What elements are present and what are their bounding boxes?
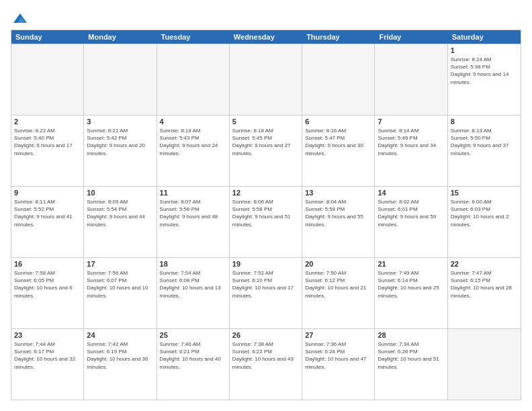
day-header-tuesday: Tuesday <box>157 30 230 44</box>
calendar-cell: 27Sunrise: 7:36 AMSunset: 6:24 PMDayligh… <box>302 329 375 400</box>
sun-info: Sunrise: 8:14 AMSunset: 5:49 PMDaylight:… <box>378 127 444 157</box>
day-number: 13 <box>305 189 371 197</box>
day-number: 20 <box>305 260 371 268</box>
sun-info: Sunrise: 8:24 AMSunset: 5:38 PMDaylight:… <box>451 56 518 86</box>
day-number: 12 <box>232 189 299 197</box>
sun-info: Sunrise: 7:54 AMSunset: 6:08 PMDaylight:… <box>160 269 226 300</box>
day-header-sunday: Sunday <box>11 30 84 44</box>
sun-info: Sunrise: 7:34 AMSunset: 6:26 PMDaylight:… <box>378 340 444 371</box>
calendar-cell: 21Sunrise: 7:49 AMSunset: 6:14 PMDayligh… <box>375 258 447 328</box>
day-number: 11 <box>160 189 226 197</box>
sun-info: Sunrise: 8:21 AMSunset: 5:42 PMDaylight:… <box>87 127 153 157</box>
sun-info: Sunrise: 7:44 AMSunset: 6:17 PMDaylight:… <box>14 340 81 371</box>
day-number: 9 <box>14 189 81 197</box>
day-number: 16 <box>14 260 81 268</box>
sun-info: Sunrise: 8:04 AMSunset: 5:59 PMDaylight:… <box>305 198 371 228</box>
sun-info: Sunrise: 8:02 AMSunset: 6:01 PMDaylight:… <box>378 198 444 228</box>
calendar-row-2: 2Sunrise: 8:22 AMSunset: 5:40 PMDaylight… <box>11 115 521 186</box>
calendar-cell: 1Sunrise: 8:24 AMSunset: 5:38 PMDaylight… <box>448 44 521 115</box>
sun-info: Sunrise: 8:06 AMSunset: 5:58 PMDaylight:… <box>232 198 299 228</box>
calendar-cell: 12Sunrise: 8:06 AMSunset: 5:58 PMDayligh… <box>230 187 302 257</box>
calendar-cell: 19Sunrise: 7:52 AMSunset: 6:10 PMDayligh… <box>230 258 302 328</box>
calendar-cell: 15Sunrise: 8:00 AMSunset: 6:03 PMDayligh… <box>448 187 521 257</box>
calendar-cell <box>302 44 375 115</box>
sun-info: Sunrise: 7:40 AMSunset: 6:21 PMDaylight:… <box>160 340 226 371</box>
day-number: 18 <box>160 260 226 268</box>
calendar-cell: 18Sunrise: 7:54 AMSunset: 6:08 PMDayligh… <box>157 258 230 328</box>
calendar-cell: 28Sunrise: 7:34 AMSunset: 6:26 PMDayligh… <box>375 329 447 400</box>
day-number: 10 <box>87 189 153 197</box>
calendar-cell: 26Sunrise: 7:38 AMSunset: 6:22 PMDayligh… <box>230 329 302 400</box>
sun-info: Sunrise: 8:09 AMSunset: 5:54 PMDaylight:… <box>87 198 153 228</box>
day-number: 24 <box>87 331 153 339</box>
calendar-cell <box>84 44 157 115</box>
header <box>11 11 521 24</box>
sun-info: Sunrise: 7:58 AMSunset: 6:05 PMDaylight:… <box>14 269 81 300</box>
day-number: 27 <box>305 331 371 339</box>
calendar: SundayMondayTuesdayWednesdayThursdayFrid… <box>11 30 521 400</box>
calendar-cell: 9Sunrise: 8:11 AMSunset: 5:52 PMDaylight… <box>11 187 84 257</box>
sun-info: Sunrise: 8:16 AMSunset: 5:47 PMDaylight:… <box>305 127 371 157</box>
calendar-cell: 8Sunrise: 8:13 AMSunset: 5:50 PMDaylight… <box>448 116 521 186</box>
day-number: 25 <box>160 331 226 339</box>
logo-icon <box>12 11 28 27</box>
day-header-monday: Monday <box>84 30 157 44</box>
calendar-cell: 5Sunrise: 8:18 AMSunset: 5:45 PMDaylight… <box>230 116 302 186</box>
sun-info: Sunrise: 7:50 AMSunset: 6:12 PMDaylight:… <box>305 269 371 300</box>
calendar-cell <box>157 44 230 115</box>
day-number: 3 <box>87 118 153 126</box>
sun-info: Sunrise: 7:42 AMSunset: 6:19 PMDaylight:… <box>87 340 153 371</box>
day-number: 7 <box>378 118 444 126</box>
calendar-row-3: 9Sunrise: 8:11 AMSunset: 5:52 PMDaylight… <box>11 186 521 257</box>
calendar-cell <box>230 44 302 115</box>
day-number: 23 <box>14 331 81 339</box>
sun-info: Sunrise: 7:56 AMSunset: 6:07 PMDaylight:… <box>87 269 153 300</box>
calendar-cell: 13Sunrise: 8:04 AMSunset: 5:59 PMDayligh… <box>302 187 375 257</box>
sun-info: Sunrise: 7:38 AMSunset: 6:22 PMDaylight:… <box>232 340 299 371</box>
calendar-cell: 20Sunrise: 7:50 AMSunset: 6:12 PMDayligh… <box>302 258 375 328</box>
calendar-cell: 3Sunrise: 8:21 AMSunset: 5:42 PMDaylight… <box>84 116 157 186</box>
sun-info: Sunrise: 8:11 AMSunset: 5:52 PMDaylight:… <box>14 198 81 228</box>
calendar-cell: 17Sunrise: 7:56 AMSunset: 6:07 PMDayligh… <box>84 258 157 328</box>
calendar-cell: 14Sunrise: 8:02 AMSunset: 6:01 PMDayligh… <box>375 187 447 257</box>
sun-info: Sunrise: 7:52 AMSunset: 6:10 PMDaylight:… <box>232 269 299 300</box>
logo <box>11 11 28 24</box>
day-number: 19 <box>232 260 299 268</box>
day-number: 1 <box>451 46 518 54</box>
sun-info: Sunrise: 8:13 AMSunset: 5:50 PMDaylight:… <box>451 127 518 157</box>
calendar-row-1: 1Sunrise: 8:24 AMSunset: 5:38 PMDaylight… <box>11 44 521 115</box>
calendar-cell: 16Sunrise: 7:58 AMSunset: 6:05 PMDayligh… <box>11 258 84 328</box>
sun-info: Sunrise: 8:18 AMSunset: 5:45 PMDaylight:… <box>232 127 299 157</box>
sun-info: Sunrise: 7:47 AMSunset: 6:15 PMDaylight:… <box>451 269 518 300</box>
day-number: 4 <box>160 118 226 126</box>
calendar-row-4: 16Sunrise: 7:58 AMSunset: 6:05 PMDayligh… <box>11 257 521 328</box>
calendar-cell: 11Sunrise: 8:07 AMSunset: 5:56 PMDayligh… <box>157 187 230 257</box>
calendar-cell: 4Sunrise: 8:19 AMSunset: 5:43 PMDaylight… <box>157 116 230 186</box>
calendar-header: SundayMondayTuesdayWednesdayThursdayFrid… <box>11 30 521 44</box>
calendar-cell <box>448 329 521 400</box>
day-number: 26 <box>232 331 299 339</box>
day-header-saturday: Saturday <box>448 30 521 44</box>
calendar-cell: 24Sunrise: 7:42 AMSunset: 6:19 PMDayligh… <box>84 329 157 400</box>
day-number: 8 <box>451 118 518 126</box>
sun-info: Sunrise: 7:49 AMSunset: 6:14 PMDaylight:… <box>378 269 444 300</box>
calendar-cell: 10Sunrise: 8:09 AMSunset: 5:54 PMDayligh… <box>84 187 157 257</box>
sun-info: Sunrise: 8:22 AMSunset: 5:40 PMDaylight:… <box>14 127 81 157</box>
day-number: 22 <box>451 260 518 268</box>
calendar-cell: 23Sunrise: 7:44 AMSunset: 6:17 PMDayligh… <box>11 329 84 400</box>
day-number: 5 <box>232 118 299 126</box>
day-header-wednesday: Wednesday <box>230 30 302 44</box>
day-number: 6 <box>305 118 371 126</box>
page: SundayMondayTuesdayWednesdayThursdayFrid… <box>0 0 532 411</box>
calendar-cell: 6Sunrise: 8:16 AMSunset: 5:47 PMDaylight… <box>302 116 375 186</box>
day-header-friday: Friday <box>375 30 447 44</box>
day-number: 17 <box>87 260 153 268</box>
day-number: 28 <box>378 331 444 339</box>
sun-info: Sunrise: 7:36 AMSunset: 6:24 PMDaylight:… <box>305 340 371 371</box>
calendar-cell: 25Sunrise: 7:40 AMSunset: 6:21 PMDayligh… <box>157 329 230 400</box>
calendar-cell <box>11 44 84 115</box>
day-number: 14 <box>378 189 444 197</box>
calendar-cell: 7Sunrise: 8:14 AMSunset: 5:49 PMDaylight… <box>375 116 447 186</box>
sun-info: Sunrise: 8:07 AMSunset: 5:56 PMDaylight:… <box>160 198 226 228</box>
sun-info: Sunrise: 8:19 AMSunset: 5:43 PMDaylight:… <box>160 127 226 157</box>
